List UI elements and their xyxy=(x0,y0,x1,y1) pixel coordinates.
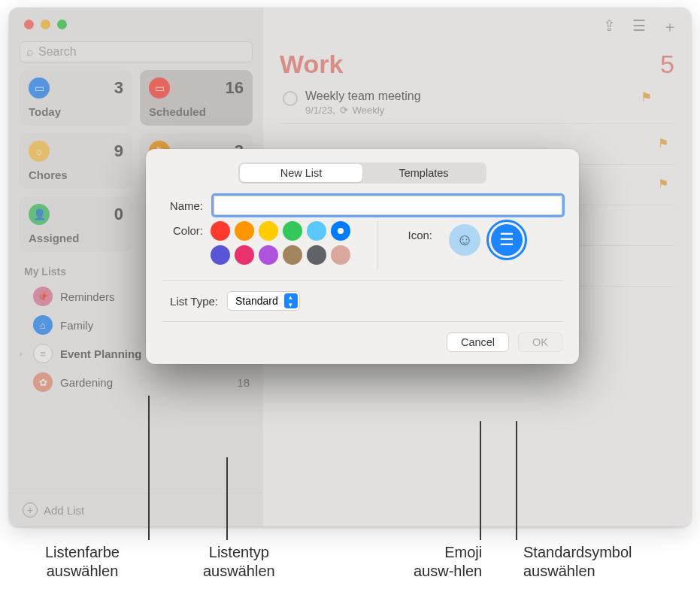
smart-assigned-label: Assigned xyxy=(29,232,123,244)
callout-text: Emoji xyxy=(444,544,482,560)
reminder-date: 9/1/23, xyxy=(305,105,335,116)
folder-icon: ≡ xyxy=(33,344,53,363)
add-list-label: Add List xyxy=(44,504,84,517)
smart-chores-count: 9 xyxy=(114,141,123,161)
color-swatch[interactable] xyxy=(235,245,254,265)
reminder-title: Weekly team meeting xyxy=(305,90,421,103)
minimize-window[interactable] xyxy=(41,20,50,29)
page-title: Work xyxy=(280,50,343,79)
window-controls xyxy=(9,8,263,37)
color-swatch[interactable] xyxy=(331,221,350,241)
smart-assigned[interactable]: 👤 0 Assigned xyxy=(20,196,132,252)
color-swatch[interactable] xyxy=(259,245,278,265)
search-input[interactable]: ⌕ Search xyxy=(20,41,253,62)
list-label: Family xyxy=(60,319,93,332)
reminder-row[interactable]: Weekly team meeting 9/1/23, ⟳ Weekly xyxy=(280,79,674,124)
search-placeholder: Search xyxy=(38,45,77,59)
list-label: Gardening xyxy=(60,376,113,389)
callout-text: Listenfarbe xyxy=(45,544,120,560)
list-item[interactable]: ✿ Gardening 18 xyxy=(9,368,263,396)
list-label: Event Planning xyxy=(60,348,141,360)
pin-icon: 📌 xyxy=(33,287,53,306)
color-label: Color: xyxy=(162,221,203,237)
divider xyxy=(162,321,562,322)
color-swatch[interactable] xyxy=(235,221,254,241)
emoji-icon-button[interactable]: ☺ xyxy=(449,224,480,256)
share-icon[interactable]: ⇪ xyxy=(603,17,616,37)
smart-chores-label: Chores xyxy=(29,168,123,181)
smart-scheduled-count: 16 xyxy=(226,78,244,98)
add-list-button[interactable]: + Add List xyxy=(9,493,263,527)
divider xyxy=(377,221,378,269)
smart-today[interactable]: ▭ 3 Today xyxy=(20,70,132,126)
zoom-window[interactable] xyxy=(57,20,67,29)
list-count: 18 xyxy=(237,376,250,389)
callout-text: auswählen xyxy=(203,563,275,579)
smart-scheduled[interactable]: ▭ 16 Scheduled xyxy=(140,70,253,126)
name-input[interactable] xyxy=(214,196,562,215)
tab-new-list[interactable]: New List xyxy=(240,164,362,182)
list-type-value: Standard xyxy=(235,295,278,307)
new-list-sheet: New List Templates Name: Color: Icon: ☺ … xyxy=(146,149,579,364)
view-options-icon[interactable]: ☰ xyxy=(632,17,646,37)
callout-text: auswählen xyxy=(47,563,119,579)
add-icon[interactable]: ＋ xyxy=(662,17,677,37)
ok-button[interactable]: OK xyxy=(518,332,562,352)
smart-today-count: 3 xyxy=(114,78,123,98)
divider xyxy=(162,280,562,281)
person-icon: 👤 xyxy=(29,204,50,225)
default-symbol-button[interactable]: ☰ xyxy=(491,224,523,256)
cancel-button[interactable]: Cancel xyxy=(447,332,509,352)
color-swatch[interactable] xyxy=(283,221,302,241)
repeat-icon: ⟳ xyxy=(340,105,348,116)
plus-icon: + xyxy=(23,502,38,517)
page-count: 5 xyxy=(660,50,674,79)
search-icon: ⌕ xyxy=(26,45,34,59)
house-icon: ⌂ xyxy=(33,315,53,335)
smart-chores[interactable]: ☼ 9 Chores xyxy=(20,133,132,189)
list-type-select[interactable]: Standard ▴▾ xyxy=(227,291,300,311)
color-swatch[interactable] xyxy=(307,245,326,265)
icon-label: Icon: xyxy=(399,221,432,241)
reminders-window: ⌕ Search ▭ 3 Today ▭ 16 Scheduled ☼ xyxy=(9,8,691,527)
chevron-updown-icon: ▴▾ xyxy=(284,293,298,308)
complete-toggle[interactable] xyxy=(283,91,298,106)
toolbar: ⇪ ☰ ＋ xyxy=(603,17,677,37)
smart-scheduled-label: Scheduled xyxy=(149,105,244,118)
close-window[interactable] xyxy=(24,20,34,29)
callout-text: ausw-hlen xyxy=(414,563,482,579)
name-label: Name: xyxy=(162,199,203,212)
calendar-icon: ▭ xyxy=(29,77,50,99)
tab-templates[interactable]: Templates xyxy=(362,164,485,182)
calendar-icon: ▭ xyxy=(149,77,170,99)
color-swatch[interactable] xyxy=(259,221,278,241)
callout-text: Standardsymbol xyxy=(523,544,632,560)
disclosure-icon[interactable]: › xyxy=(20,350,27,358)
callout-text: Listentyp xyxy=(209,544,269,560)
color-swatch[interactable] xyxy=(211,245,230,265)
color-swatch[interactable] xyxy=(331,245,350,265)
list-label: Reminders xyxy=(60,290,115,303)
color-swatches xyxy=(211,221,352,266)
reminder-repeat: Weekly xyxy=(353,105,384,116)
color-swatch[interactable] xyxy=(307,221,326,241)
callout-text: auswählen xyxy=(523,563,595,579)
smart-today-label: Today xyxy=(29,105,123,118)
reminder-subtitle: 9/1/23, ⟳ Weekly xyxy=(305,105,421,116)
list-type-label: List Type: xyxy=(162,295,218,308)
flower-icon: ✿ xyxy=(33,372,53,392)
sun-icon: ☼ xyxy=(29,141,50,162)
smart-assigned-count: 0 xyxy=(114,205,123,224)
color-swatch[interactable] xyxy=(283,245,302,265)
color-swatch[interactable] xyxy=(211,221,230,241)
sheet-tabs[interactable]: New List Templates xyxy=(238,162,486,184)
